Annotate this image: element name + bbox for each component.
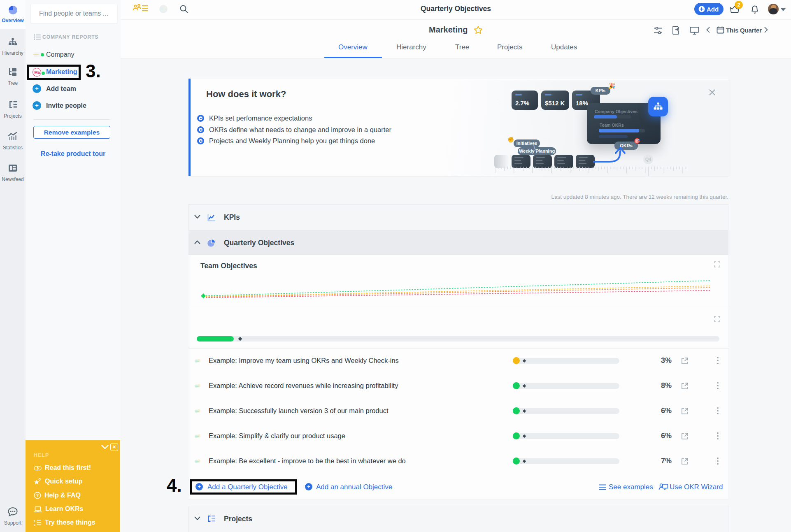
svg-text:?: ? bbox=[36, 493, 39, 498]
svg-text:2: 2 bbox=[34, 523, 35, 526]
svg-text:1: 1 bbox=[34, 519, 35, 523]
